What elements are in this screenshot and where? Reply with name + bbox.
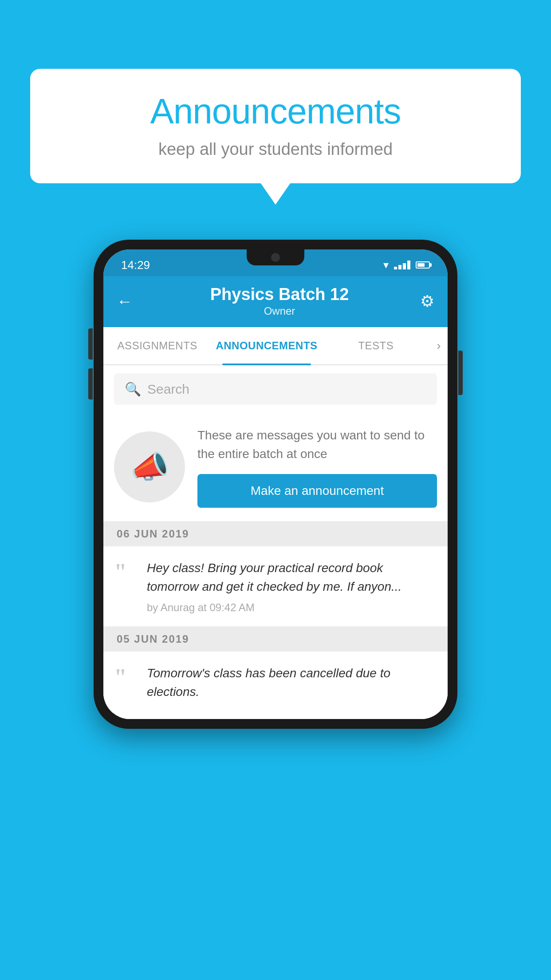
status-icons: ▾ xyxy=(383,259,430,271)
batch-title: Physics Batch 12 xyxy=(210,285,349,304)
header-title-group: Physics Batch 12 Owner xyxy=(210,285,349,317)
wifi-icon: ▾ xyxy=(383,259,389,271)
make-announcement-button[interactable]: Make an announcement xyxy=(197,474,437,508)
date-divider-2: 05 JUN 2019 xyxy=(103,627,448,652)
megaphone-icon: 📣 xyxy=(130,449,169,485)
speech-bubble-title: Announcements xyxy=(57,91,494,132)
tab-tests[interactable]: TESTS xyxy=(322,327,430,364)
volume-down-button[interactable] xyxy=(88,368,93,399)
app-header: ← Physics Batch 12 Owner ⚙ xyxy=(103,276,448,327)
content-area: 🔍 Search 📣 These are messages you want t… xyxy=(103,365,448,719)
announcement-icon-circle: 📣 xyxy=(114,431,185,502)
signal-bars-icon xyxy=(394,261,410,269)
announcement-text-2: Tomorrow's class has been cancelled due … xyxy=(147,664,437,701)
tabs-bar: ASSIGNMENTS ANNOUNCEMENTS TESTS › xyxy=(103,327,448,365)
battery-icon xyxy=(416,261,430,269)
tab-more-icon[interactable]: › xyxy=(430,327,448,364)
status-time: 14:29 xyxy=(121,258,150,272)
date-divider-1: 06 JUN 2019 xyxy=(103,522,448,546)
quote-icon-1: " xyxy=(114,561,136,584)
announcement-meta-1: by Anurag at 09:42 AM xyxy=(147,601,437,614)
announcement-item-1[interactable]: " Hey class! Bring your practical record… xyxy=(103,546,448,627)
announcement-description: These are messages you want to send to t… xyxy=(197,426,437,463)
phone-wrapper: 14:29 ▾ ← Phys xyxy=(94,240,457,729)
tab-assignments[interactable]: ASSIGNMENTS xyxy=(103,327,211,364)
phone-outer: 14:29 ▾ ← Phys xyxy=(94,240,457,729)
quote-icon-2: " xyxy=(114,666,136,689)
power-button[interactable] xyxy=(458,351,463,395)
search-icon: 🔍 xyxy=(125,381,141,397)
batch-subtitle: Owner xyxy=(210,305,349,317)
phone-screen: 14:29 ▾ ← Phys xyxy=(103,249,448,719)
announcement-prompt: 📣 These are messages you want to send to… xyxy=(103,413,448,522)
date-label-2: 05 JUN 2019 xyxy=(117,633,189,645)
announcement-item-2[interactable]: " Tomorrow's class has been cancelled du… xyxy=(103,652,448,719)
search-bar: 🔍 Search xyxy=(103,365,448,413)
search-placeholder: Search xyxy=(147,382,189,397)
phone-notch xyxy=(247,249,304,265)
settings-gear-icon[interactable]: ⚙ xyxy=(420,292,434,311)
speech-bubble: Announcements keep all your students inf… xyxy=(30,69,521,183)
volume-up-button[interactable] xyxy=(88,328,93,360)
announcement-content-1: Hey class! Bring your practical record b… xyxy=(147,559,437,614)
back-button[interactable]: ← xyxy=(117,292,139,311)
announcement-right: These are messages you want to send to t… xyxy=(197,426,437,508)
speech-bubble-container: Announcements keep all your students inf… xyxy=(30,69,521,183)
announcement-text-1: Hey class! Bring your practical record b… xyxy=(147,559,437,596)
front-camera xyxy=(271,253,280,262)
search-input-wrapper[interactable]: 🔍 Search xyxy=(114,373,437,405)
announcement-content-2: Tomorrow's class has been cancelled due … xyxy=(147,664,437,707)
speech-bubble-subtitle: keep all your students informed xyxy=(57,140,494,159)
tab-announcements[interactable]: ANNOUNCEMENTS xyxy=(211,327,322,364)
date-label-1: 06 JUN 2019 xyxy=(117,528,189,540)
